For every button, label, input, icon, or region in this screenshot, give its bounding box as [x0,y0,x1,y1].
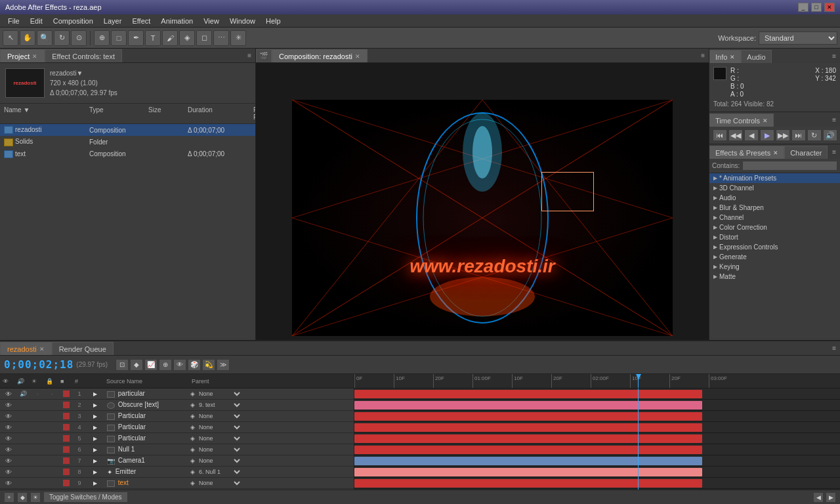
timeline-bars[interactable] [354,388,840,490]
layer-5-parent-select[interactable]: None [196,434,242,442]
tab-character[interactable]: Character [784,146,828,159]
tab-audio[interactable]: Audio [741,50,771,63]
menu-effect[interactable]: Effect [127,16,156,26]
layer-4-color[interactable] [59,424,74,430]
layer-1-solo[interactable]: · [30,391,45,397]
layer-9-parent[interactable]: ◈ None [190,479,352,487]
tab-rezadosti-timeline[interactable]: rezadosti ✕ [0,342,52,355]
tc-play[interactable]: ▶ [760,129,774,141]
layer-8-parent[interactable]: ◈ 6. Null 1 [190,468,352,476]
tl-graph-btn[interactable]: 📈 [144,359,158,371]
close-ep-tab[interactable]: ✕ [773,150,778,156]
menu-view[interactable]: View [198,16,224,26]
tl-snap-btn[interactable]: ⊡ [116,359,129,371]
layer-6-color[interactable] [59,446,74,453]
layer-6-expand[interactable]: ▶ [85,447,105,453]
window-controls[interactable]: _ □ ✕ [798,3,835,12]
tc-forward[interactable]: ▶▶ [776,129,790,141]
layer-row-7[interactable]: 👁 7 ▶ 📷 Camera1 ◈ None [0,455,354,467]
project-item-rezadosti[interactable]: rezadosti Composition Δ 0;00;07;00 [0,124,255,136]
layer-3-parent-select[interactable]: None [196,412,242,420]
layer-bar-8[interactable] [354,468,702,476]
tab-info[interactable]: Info ✕ [709,50,741,63]
tl-toggle-switches[interactable]: Toggle Switches / Modes [43,492,128,503]
layer-bar-9[interactable] [354,479,702,488]
comp-panel-menu[interactable]: ≡ [697,51,709,60]
tl-mask-btn[interactable]: ⊕ [159,359,172,371]
tc-first-frame[interactable]: ⏮ [713,129,727,141]
layer-bar-3[interactable] [354,412,702,421]
col-duration[interactable]: Duration [186,105,252,122]
tc-panel-menu[interactable]: ≡ [828,115,840,125]
tl-footer-add-layer[interactable]: + [4,492,14,503]
tl-scroll-left[interactable]: ◀ [813,492,824,503]
tool-select[interactable]: ↖ [3,30,18,46]
project-item-solids[interactable]: Solids Folder [0,136,255,148]
close-tc-tab[interactable]: ✕ [763,117,768,124]
ep-item-generate[interactable]: ▶ Generate [709,252,840,262]
ep-search-input[interactable] [742,161,837,171]
layer-bar-1[interactable] [354,390,702,398]
layer-6-parent-select[interactable]: None [196,446,242,453]
menu-composition[interactable]: Composition [48,16,98,26]
layer-3-eye[interactable]: 👁 [1,413,16,420]
tab-time-controls[interactable]: Time Controls ✕ [709,114,774,127]
menu-edit[interactable]: Edit [25,16,48,26]
menu-animation[interactable]: Animation [156,16,198,26]
layer-2-eye[interactable]: 👁 [1,402,16,409]
ep-item-blur-sharpen[interactable]: ▶ Blur & Sharpen [709,203,840,213]
close-project-tab[interactable]: ✕ [32,53,37,60]
tool-text[interactable]: T [145,30,161,46]
close-button[interactable]: ✕ [824,3,835,12]
menu-layer[interactable]: Layer [98,16,127,26]
layer-1-parent-select[interactable]: None [196,390,242,398]
tc-back[interactable]: ◀ [744,129,759,141]
close-info-tab[interactable]: ✕ [730,54,735,60]
layer-3-color[interactable] [59,413,74,419]
layer-2-parent[interactable]: ◈ 9. text [190,401,352,409]
tab-render-queue[interactable]: Render Queue [52,342,114,355]
layer-5-color[interactable] [59,435,74,442]
timeline-panel-menu[interactable]: ≡ [828,343,840,353]
tc-loop[interactable]: ↻ [807,129,822,141]
layer-2-parent-select[interactable]: 9. text [196,401,242,409]
tab-project[interactable]: Project ✕ [0,49,45,62]
tl-flow-btn[interactable]: ≫ [217,359,230,371]
layer-6-parent[interactable]: ◈ None [190,446,352,453]
layer-2-expand[interactable]: ▶ [85,402,105,408]
ep-item-expression-controls[interactable]: ▶ Expression Controls [709,242,840,252]
menu-help[interactable]: Help [261,16,286,26]
layer-bar-5[interactable] [354,434,702,443]
tool-clone[interactable]: ◈ [179,30,195,46]
layer-row-1[interactable]: 👁 🔊 · · 1 ▶ particular ◈ None [0,388,354,400]
tl-draft-btn[interactable]: 🎲 [188,359,201,371]
layer-8-eye[interactable]: 👁 [1,469,16,476]
layer-row-3[interactable]: 👁 3 ▶ Particular ◈ None [0,411,354,422]
tl-motion-blur-btn[interactable]: 💫 [202,359,215,371]
menu-file[interactable]: File [3,16,25,26]
tab-composition[interactable]: Composition: rezadosti ✕ [272,49,368,62]
layer-3-parent[interactable]: ◈ None [190,412,352,420]
ep-panel-menu[interactable]: ≡ [828,147,840,157]
close-comp-tab[interactable]: ✕ [355,53,360,60]
layer-1-lock[interactable]: · [45,390,59,397]
layer-row-4[interactable]: 👁 4 ▶ Particular ◈ None [0,422,354,433]
menu-window[interactable]: Window [224,16,261,26]
layer-5-eye[interactable]: 👁 [1,435,16,442]
tool-eraser[interactable]: ◻ [196,30,212,46]
layer-9-parent-select[interactable]: None [196,479,242,487]
layer-5-parent[interactable]: ◈ None [190,434,352,442]
project-item-text[interactable]: text Composition Δ 0;00;07;00 [0,148,255,160]
layer-9-color[interactable] [59,480,74,486]
tab-effects-presets[interactable]: Effects & Presets ✕ [709,146,784,159]
layer-row-9[interactable]: 👁 9 ▶ text ◈ None [0,478,354,489]
layer-bar-6[interactable] [354,446,702,454]
layer-1-parent[interactable]: ◈ None [190,390,352,398]
layer-bar-2[interactable] [354,401,702,410]
tool-hand[interactable]: ✋ [20,30,35,46]
layer-4-eye[interactable]: 👁 [1,424,16,431]
tl-footer-solo-all[interactable]: ☀ [30,492,41,503]
tc-audio[interactable]: 🔊 [823,129,837,141]
layer-row-6[interactable]: 👁 6 ▶ Null 1 ◈ None [0,444,354,455]
layer-4-parent[interactable]: ◈ None [190,423,352,431]
